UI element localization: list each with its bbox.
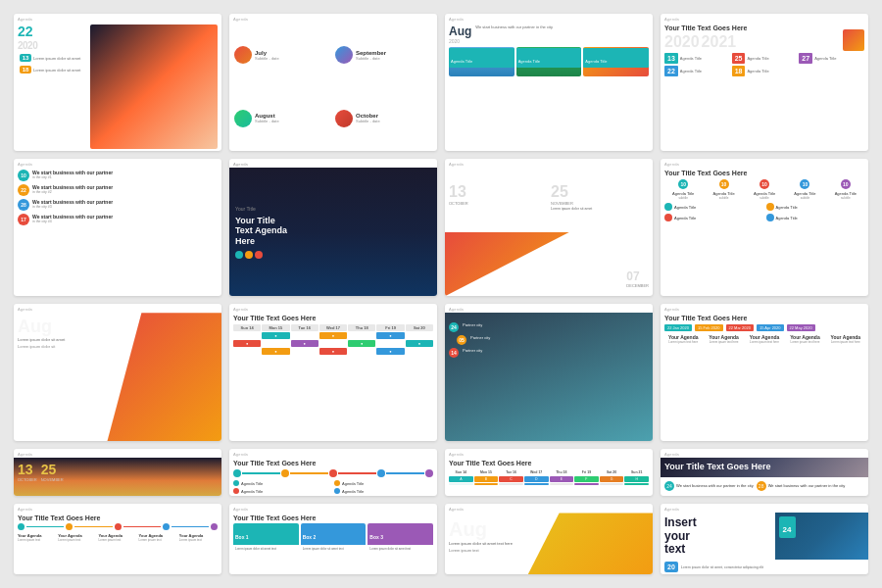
s8-ts-4: subtitle [801, 196, 810, 200]
s7-bg [445, 232, 569, 297]
s2-sub-2: Subtitle - date [356, 56, 386, 61]
s14-lower-2-t: Agenda Title [342, 481, 364, 486]
s12-title: Your Title Text Goes Here [664, 315, 864, 321]
s3-img-1: Agenda Title [449, 47, 514, 76]
s15-h2: Mon 15 [474, 469, 499, 475]
s10-r2c7: ● [406, 340, 433, 347]
slide-15: Agenda Your Title Text Goes Here Sun 14 … [445, 449, 653, 496]
slide-9-label: Agenda [14, 304, 221, 313]
slide-1-label: Agenda [14, 14, 221, 23]
slide-16-label: Agenda [661, 449, 868, 458]
s10-title: Your Title Text Goes Here [233, 315, 433, 321]
s12-tag5: 22 May 2020 [787, 324, 815, 331]
s10-r2c5: ● [348, 340, 375, 347]
s8-lower-1-label: Agenda Title [674, 205, 696, 210]
s3-year: 2020 [449, 38, 471, 44]
s4-year1: 2020 [664, 33, 700, 51]
s2-month-2: September [356, 50, 386, 56]
s10-h3: Tue 16 [291, 324, 318, 331]
slide-7-label: Agenda [445, 159, 653, 168]
s17-d2: Lorem ipsum text [58, 538, 96, 542]
s15-r8: H [624, 476, 649, 482]
slide-3: Agenda Aug 2020 We start business with o… [445, 14, 653, 151]
s4-badge-1: 13 [664, 53, 678, 64]
s5-circle-4: 17 [18, 214, 29, 225]
s4-badge-4-text: Agenda Title [680, 69, 702, 74]
slide-5: Agenda 10 We start business with our par… [14, 159, 221, 296]
s14-line-3 [338, 472, 376, 474]
s8-ts-5: subtitle [841, 196, 851, 200]
s15-r5: E [550, 476, 574, 482]
s10-r3c2: ● [262, 348, 289, 355]
s10-r3c6: ● [376, 348, 404, 355]
s10-r1c4: ● [319, 332, 347, 339]
s5-circle-2: 22 [18, 184, 29, 196]
s8-t-2: 10 [719, 179, 729, 189]
s16-title: Your Title Text Goes Here [664, 462, 771, 471]
s7-label1: OCTOBER [449, 201, 547, 206]
s3-title: Aug [449, 24, 471, 38]
s14-line-4 [386, 472, 424, 474]
slide-14-label: Agenda [229, 449, 437, 458]
slide-4: Agenda Your Title Text Goes Here 2020 20… [661, 14, 868, 151]
slide-8-label: Agenda [661, 159, 868, 168]
s15-h8: Sun 21 [624, 469, 649, 475]
slide-9: Agenda Aug Lorem ipsum dolor sit amet Lo… [14, 304, 221, 441]
s15-h6: Fri 19 [574, 469, 599, 475]
slide-5-label: Agenda [14, 159, 221, 168]
s4-title: Your Title Text Goes Here [664, 24, 864, 31]
s8-ts-3: subtitle [760, 196, 769, 200]
s17-dot5 [211, 523, 218, 530]
s10-r1c7 [406, 332, 433, 339]
s10-r1c2: ● [262, 332, 289, 339]
slide-7: Agenda 13 OCTOBER 25 NOVEMBER Lorem ipsu… [445, 159, 653, 296]
s12-desc1: Lorem ipsum text here [664, 340, 702, 344]
slide-2-label: Agenda [229, 14, 437, 23]
s14-title: Your Title Text Goes Here [233, 460, 433, 466]
s15-r11 [499, 483, 523, 485]
s15-r1: A [449, 476, 473, 482]
s20-insert-title: Insertyourtext [664, 516, 771, 556]
s8-t-4: 10 [800, 179, 809, 189]
s16-text-2: We start business with our partner in th… [768, 483, 846, 488]
slide-13-label: Agenda [14, 449, 221, 458]
s10-r1c3 [291, 332, 318, 339]
s15-r14 [574, 483, 599, 485]
s8-title: Your Title Text Goes Here [664, 170, 864, 176]
slide-11-label: Agenda [445, 304, 653, 313]
slide-14: Agenda Your Title Text Goes Here Agenda … [229, 449, 437, 496]
s17-d3: Lorem ipsum text [98, 538, 136, 542]
slide-12-label: Agenda [661, 304, 868, 313]
s13-num2: 25 [41, 462, 64, 477]
s7-num3: 07 [626, 270, 649, 283]
s6-dot-1 [235, 251, 243, 259]
s15-h3: Tue 16 [499, 469, 523, 475]
s12-tag3: 22 Mar 2020 [726, 324, 754, 331]
slide-11: Agenda 24 Partner city 05 Partner city 1… [445, 304, 653, 441]
s12-tag2: 15 Feb 2020 [695, 324, 722, 331]
s1-text-2: Lorem ipsum dolor sit amet [33, 68, 80, 73]
s5-sub-3: in the city #3 [32, 205, 113, 209]
s5-circle-3: 28 [18, 199, 29, 211]
s16-circle-1: 24 [664, 481, 674, 491]
s10-h7: Sat 20 [406, 324, 433, 331]
slide-20-label: Agenda [661, 504, 868, 513]
slide-17: Agenda Your Title Text Goes Here Your Ag… [14, 504, 221, 574]
s17-dot3 [115, 523, 122, 530]
s7-text: Lorem ipsum dolor sit amet [551, 207, 649, 211]
s4-badge-2: 25 [732, 53, 746, 64]
s10-r2c6 [376, 340, 404, 347]
s8-lower-4-label: Agenda Title [776, 216, 798, 220]
s14-lower-2 [334, 480, 340, 486]
s14-line-1 [242, 472, 280, 474]
s17-d1: Lorem ipsum text [18, 538, 56, 542]
s5-sub-1: in the city #1 [32, 175, 113, 179]
s19-diag [528, 513, 653, 574]
s8-t-5: 10 [841, 179, 851, 189]
s20-bottom-num: 20 [664, 562, 678, 572]
s18-card1-t: Lorem ipsum dolor sit amet text [235, 547, 297, 551]
s17-dot1 [18, 523, 24, 530]
slide-13: Agenda 13 OCTOBER 25 NOVEMBER [14, 449, 221, 496]
s10-h6: Fri 19 [376, 324, 404, 331]
s4-year2: 2021 [702, 33, 737, 51]
